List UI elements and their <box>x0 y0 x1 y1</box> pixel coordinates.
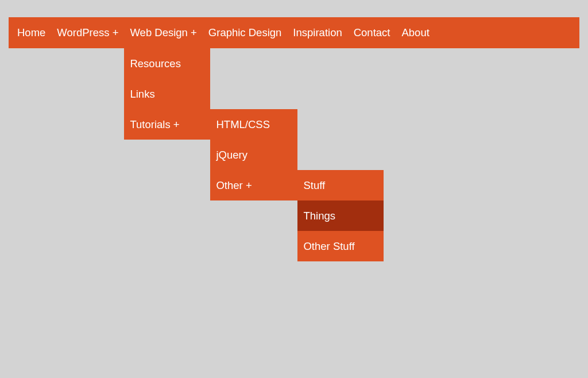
nav-item-webdesign[interactable]: Web Design + Resources Links Tutorials +… <box>124 17 202 48</box>
nav-item-about[interactable]: About <box>396 17 435 48</box>
submenu-label-otherstuff: Other Stuff <box>303 240 354 253</box>
submenu-item-jquery[interactable]: jQuery <box>210 140 297 170</box>
submenu-item-tutorials[interactable]: Tutorials + HTML/CSS jQuery Other + <box>124 109 210 140</box>
submenu-label-things: Things <box>303 210 335 222</box>
submenu-label-links: Links <box>130 88 154 101</box>
submenu-item-links[interactable]: Links <box>124 79 210 109</box>
nav-label-wordpress: WordPress + <box>57 26 118 39</box>
nav-item-contact[interactable]: Contact <box>348 17 396 48</box>
submenu-label-htmlcss: HTML/CSS <box>216 118 270 131</box>
submenu-label-resources: Resources <box>130 57 180 70</box>
submenu-label-tutorials: Tutorials + <box>130 118 179 131</box>
nav-item-wordpress[interactable]: WordPress + <box>51 17 124 48</box>
submenu-other: Stuff Things Other Stuff <box>297 170 384 261</box>
submenu-label-stuff: Stuff <box>303 179 325 192</box>
submenu-item-htmlcss[interactable]: HTML/CSS <box>210 109 297 140</box>
submenu-item-otherstuff[interactable]: Other Stuff <box>297 231 384 261</box>
nav-label-home: Home <box>17 26 45 39</box>
submenu-item-stuff[interactable]: Stuff <box>297 170 384 200</box>
main-navbar: Home WordPress + Web Design + Resources … <box>9 17 579 48</box>
nav-label-webdesign: Web Design + <box>130 26 196 39</box>
submenu-tutorials: HTML/CSS jQuery Other + Stuff <box>210 109 297 200</box>
nav-label-about: About <box>401 26 429 39</box>
nav-item-graphicdesign[interactable]: Graphic Design <box>203 17 288 48</box>
nav-item-home[interactable]: Home <box>11 17 51 48</box>
submenu-label-other: Other + <box>216 179 252 192</box>
nav-label-graphicdesign: Graphic Design <box>208 26 282 39</box>
submenu-item-resources[interactable]: Resources <box>124 48 210 79</box>
submenu-item-other[interactable]: Other + Stuff Things Other Stuff <box>210 170 297 200</box>
nav-item-inspiration[interactable]: Inspiration <box>287 17 347 48</box>
submenu-webdesign: Resources Links Tutorials + HTML/CSS jQu… <box>124 48 210 140</box>
nav-label-contact: Contact <box>354 26 390 39</box>
submenu-label-jquery: jQuery <box>216 149 247 161</box>
submenu-item-things[interactable]: Things <box>297 200 384 231</box>
nav-label-inspiration: Inspiration <box>293 26 342 39</box>
